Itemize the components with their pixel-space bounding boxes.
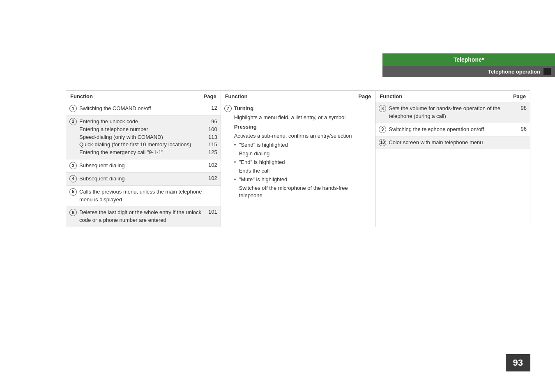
- row-content-bullet: "End" is highlighted: [239, 159, 357, 166]
- dark-square-icon: [543, 68, 551, 75]
- col-header-page-label: Page: [358, 93, 371, 99]
- table-row: 3Subsequent dialing102: [66, 159, 221, 173]
- row-content-bold: Pressing: [234, 123, 357, 131]
- row-number: 6: [69, 209, 77, 216]
- row-page: 96: [514, 126, 527, 132]
- table-row: 2Entering the unlock code96Entering a te…: [66, 115, 221, 159]
- row-text: Switching the COMAND on/off: [79, 105, 203, 113]
- row-content-sub: Ends the call: [234, 167, 357, 175]
- row-multi-line: Speed-dialing (only with COMAND)113: [79, 134, 217, 141]
- col-header-page-label: Page: [204, 93, 216, 99]
- row-number: 7: [224, 105, 232, 112]
- row-text: Sets the volume for hands-free operation…: [389, 105, 512, 120]
- telephone-operation-bar: Telephone operation: [382, 66, 555, 77]
- page-number: 93: [506, 354, 530, 371]
- row-number: 2: [69, 118, 77, 125]
- table-row: 10Color screen with main telephone menu: [375, 136, 530, 149]
- row-number: 5: [69, 188, 77, 196]
- row-page: 102: [205, 162, 217, 168]
- col-header-function-label: Function: [225, 93, 248, 99]
- row-content-bullet: "Send" is highlighted: [239, 141, 357, 149]
- row-content-normal: Activates a sub-menu, confirms an entry/…: [234, 132, 357, 140]
- col-header-function-label: Function: [380, 93, 402, 99]
- row-text: Deletes the last digit or the whole entr…: [79, 209, 203, 224]
- row-line-page: 96: [205, 118, 217, 126]
- row-content-bold: Turning: [234, 105, 357, 113]
- row-multi-line: Entering the unlock code96: [79, 118, 217, 126]
- row-text: Subsequent dialing: [79, 175, 203, 183]
- row-content-sub: Begin dialing: [234, 150, 357, 158]
- row-content-sub: Switches off the microphone of the hands…: [234, 184, 357, 200]
- col-body-3: 8Sets the volume for hands-free operatio…: [375, 102, 530, 149]
- row-content-bullet: "Mute" is highlighted: [239, 176, 357, 184]
- row-page: 101: [205, 209, 217, 215]
- content-area: FunctionPage1Switching the COMAND on/off…: [66, 90, 530, 227]
- row-line-text: Speed-dialing (only with COMAND): [79, 134, 163, 141]
- table-row: 9Switching the telephone operation on/of…: [375, 123, 530, 136]
- col-header-3: FunctionPage: [375, 91, 530, 102]
- row-line-page: 115: [205, 141, 217, 149]
- row-line-text: Entering the emergency call "9-1-1": [79, 149, 163, 157]
- row-text: Subsequent dialing: [79, 162, 203, 170]
- row-line-text: Quick-dialing (for the first 10 memory l…: [79, 141, 191, 149]
- row-page: 102: [205, 175, 217, 181]
- row-page: 98: [514, 105, 527, 111]
- table-row: 1Switching the COMAND on/off12: [66, 102, 221, 115]
- col-header-1: FunctionPage: [66, 91, 221, 102]
- row-number: 8: [379, 105, 386, 112]
- row-text: Color screen with main telephone menu: [389, 139, 512, 147]
- telephone-operation-label: Telephone operation: [488, 69, 540, 75]
- table-row: 6Deletes the last digit or the whole ent…: [66, 206, 221, 227]
- col-header-function-label: Function: [70, 93, 93, 99]
- row-text: TurningHighlights a menu field, a list e…: [234, 105, 357, 201]
- table-row: 5Calls the previous menu, unless the mai…: [66, 186, 221, 207]
- row-multi-line: Quick-dialing (for the first 10 memory l…: [79, 141, 217, 149]
- row-multi-line: Entering a telephone number100: [79, 126, 217, 134]
- row-line-page: 125: [205, 149, 217, 157]
- row-text: Switching the telephone operation on/off: [389, 126, 512, 134]
- col-body-2: 7TurningHighlights a menu field, a list …: [221, 102, 375, 203]
- row-page: 12: [205, 105, 217, 111]
- column-3: FunctionPage8Sets the volume for hands-f…: [375, 90, 530, 227]
- row-text: Entering the unlock code96Entering a tel…: [79, 118, 217, 157]
- row-line-text: Entering a telephone number: [79, 126, 148, 134]
- row-number: 3: [69, 162, 77, 169]
- column-2: FunctionPage7TurningHighlights a menu fi…: [221, 90, 375, 227]
- row-number: 1: [69, 105, 77, 112]
- row-content-normal: Highlights a menu field, a list entry, o…: [234, 114, 357, 122]
- row-number: 9: [379, 126, 386, 133]
- row-line-page: 100: [205, 126, 217, 134]
- row-text: Calls the previous menu, unless the main…: [79, 188, 203, 204]
- telephone-tab: Telephone*: [382, 53, 555, 66]
- header-area: Telephone* Telephone operation: [382, 53, 555, 77]
- row-number: 4: [69, 175, 77, 182]
- row-line-text: Entering the unlock code: [79, 118, 138, 126]
- row-number: 10: [379, 139, 386, 146]
- table-row: 7TurningHighlights a menu field, a list …: [221, 102, 375, 203]
- col-header-page-label: Page: [513, 93, 526, 99]
- col-body-1: 1Switching the COMAND on/off122Entering …: [66, 102, 221, 227]
- column-1: FunctionPage1Switching the COMAND on/off…: [66, 90, 221, 227]
- table-row: 4Subsequent dialing102: [66, 173, 221, 186]
- col-header-2: FunctionPage: [221, 91, 375, 102]
- row-line-page: 113: [205, 134, 217, 141]
- table-row: 8Sets the volume for hands-free operatio…: [375, 102, 530, 123]
- row-multi-line: Entering the emergency call "9-1-1"125: [79, 149, 217, 157]
